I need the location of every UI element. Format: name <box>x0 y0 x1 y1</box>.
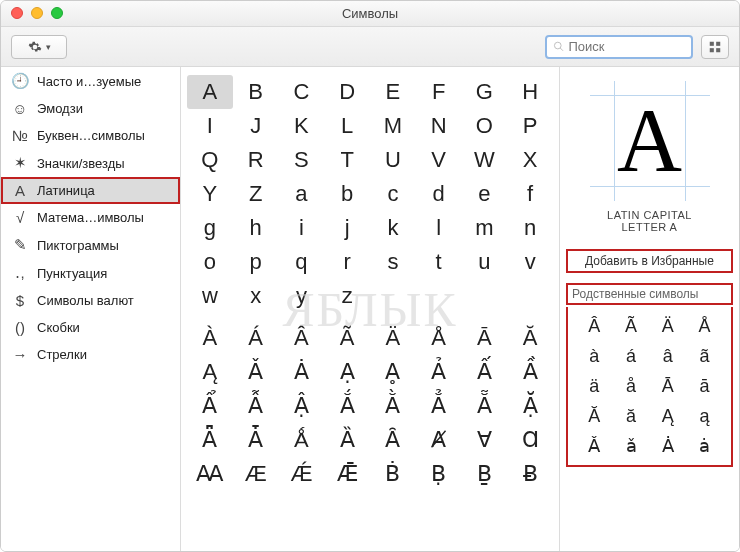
char-cell[interactable]: j <box>324 211 370 245</box>
char-cell[interactable]: Ấ <box>462 355 508 389</box>
char-cell[interactable]: H <box>507 75 553 109</box>
char-cell[interactable]: Ẳ <box>416 389 462 423</box>
char-cell[interactable]: t <box>416 245 462 279</box>
char-cell[interactable]: h <box>233 211 279 245</box>
char-cell[interactable]: Ắ <box>324 389 370 423</box>
related-cell[interactable]: â <box>650 341 687 371</box>
char-cell[interactable]: V <box>416 143 462 177</box>
char-cell[interactable]: Ả <box>416 355 462 389</box>
char-cell[interactable]: Ặ <box>507 389 553 423</box>
char-cell[interactable]: Æ <box>233 457 279 491</box>
char-cell[interactable]: Ẫ <box>233 389 279 423</box>
char-cell[interactable]: N <box>416 109 462 143</box>
sidebar-item-4[interactable]: AЛатиница <box>1 177 180 204</box>
char-cell[interactable]: Ḅ <box>416 457 462 491</box>
char-cell[interactable]: Ä <box>370 321 416 355</box>
char-cell[interactable]: C <box>279 75 325 109</box>
char-cell[interactable]: F <box>416 75 462 109</box>
char-cell[interactable]: L <box>324 109 370 143</box>
char-cell[interactable]: p <box>233 245 279 279</box>
char-cell[interactable]: Y <box>187 177 233 211</box>
char-cell[interactable]: O <box>462 109 508 143</box>
sidebar-item-0[interactable]: 🕘Часто и…зуемые <box>1 67 180 95</box>
char-cell[interactable]: Ầ <box>507 355 553 389</box>
char-cell[interactable]: c <box>370 177 416 211</box>
char-cell[interactable]: g <box>187 211 233 245</box>
char-cell[interactable]: s <box>370 245 416 279</box>
char-cell[interactable]: Ā <box>462 321 508 355</box>
zoom-icon[interactable] <box>51 7 63 19</box>
related-cell[interactable]: ã <box>686 341 723 371</box>
sidebar-item-10[interactable]: →Стрелки <box>1 341 180 368</box>
related-cell[interactable]: á <box>613 341 650 371</box>
char-cell[interactable]: G <box>462 75 508 109</box>
char-cell[interactable]: M <box>370 109 416 143</box>
settings-dropdown[interactable]: ▾ <box>11 35 67 59</box>
sidebar-item-5[interactable]: √Матема…имволы <box>1 204 180 231</box>
char-cell[interactable]: Ǡ <box>233 423 279 457</box>
char-cell[interactable]: Ḇ <box>462 457 508 491</box>
char-cell[interactable]: r <box>324 245 370 279</box>
char-cell[interactable]: Ằ <box>370 389 416 423</box>
related-cell[interactable]: ā <box>686 371 723 401</box>
char-cell[interactable]: A <box>187 75 233 109</box>
related-cell[interactable]: ă <box>613 401 650 431</box>
related-cell[interactable]: ą <box>686 401 723 431</box>
related-cell[interactable]: Ą <box>650 401 687 431</box>
char-cell[interactable]: Ǻ <box>279 423 325 457</box>
char-cell[interactable]: X <box>507 143 553 177</box>
char-cell[interactable]: v <box>507 245 553 279</box>
char-cell[interactable]: À <box>187 321 233 355</box>
related-cell[interactable]: Ä <box>650 311 687 341</box>
char-cell[interactable]: E <box>370 75 416 109</box>
char-cell[interactable]: Ẩ <box>187 389 233 423</box>
search-input[interactable] <box>568 39 685 54</box>
char-cell[interactable]: Ḁ <box>370 355 416 389</box>
char-cell[interactable]: Ã <box>324 321 370 355</box>
char-cell[interactable]: Á <box>233 321 279 355</box>
related-cell[interactable]: Å <box>686 311 723 341</box>
char-cell[interactable]: d <box>416 177 462 211</box>
char-cell[interactable]: i <box>279 211 325 245</box>
related-cell[interactable]: ȧ <box>686 431 723 461</box>
sidebar-item-6[interactable]: ✎Пиктограммы <box>1 231 180 259</box>
related-cell[interactable]: Â <box>576 311 613 341</box>
char-cell[interactable]: K <box>279 109 325 143</box>
related-cell[interactable]: å <box>613 371 650 401</box>
sidebar-item-7[interactable]: ․,Пунктуация <box>1 259 180 287</box>
char-cell[interactable]: b <box>324 177 370 211</box>
char-cell[interactable]: Ɑ <box>507 423 553 457</box>
char-cell[interactable]: Q <box>187 143 233 177</box>
sidebar-item-8[interactable]: $Символы валют <box>1 287 180 314</box>
char-cell[interactable]: z <box>324 279 370 313</box>
related-cell[interactable]: Ǎ <box>576 431 613 461</box>
related-cell[interactable]: Ā <box>650 371 687 401</box>
char-cell[interactable]: x <box>233 279 279 313</box>
char-cell[interactable]: Å <box>416 321 462 355</box>
char-cell[interactable]: m <box>462 211 508 245</box>
char-cell[interactable]: Ǟ <box>187 423 233 457</box>
char-cell[interactable]: B <box>233 75 279 109</box>
char-cell[interactable]: Ậ <box>279 389 325 423</box>
char-cell[interactable]: Ȧ <box>279 355 325 389</box>
char-cell[interactable]: R <box>233 143 279 177</box>
add-to-favorites-button[interactable]: Добавить в Избранные <box>566 249 733 273</box>
char-cell[interactable]: Ɐ <box>462 423 508 457</box>
char-cell[interactable]: U <box>370 143 416 177</box>
char-cell[interactable]: W <box>462 143 508 177</box>
related-cell[interactable]: Ă <box>576 401 613 431</box>
char-cell[interactable]: u <box>462 245 508 279</box>
char-cell[interactable]: n <box>507 211 553 245</box>
char-cell[interactable]: y <box>279 279 325 313</box>
char-cell[interactable]: Ǣ <box>324 457 370 491</box>
char-cell[interactable]: D <box>324 75 370 109</box>
char-cell[interactable]: Ạ <box>324 355 370 389</box>
char-cell[interactable]: Ȃ <box>370 423 416 457</box>
close-icon[interactable] <box>11 7 23 19</box>
char-cell[interactable]: Â <box>279 321 325 355</box>
char-cell[interactable]: q <box>279 245 325 279</box>
char-cell[interactable]: Ǎ <box>233 355 279 389</box>
minimize-icon[interactable] <box>31 7 43 19</box>
char-cell[interactable]: k <box>370 211 416 245</box>
char-cell[interactable]: Ǽ <box>279 457 325 491</box>
